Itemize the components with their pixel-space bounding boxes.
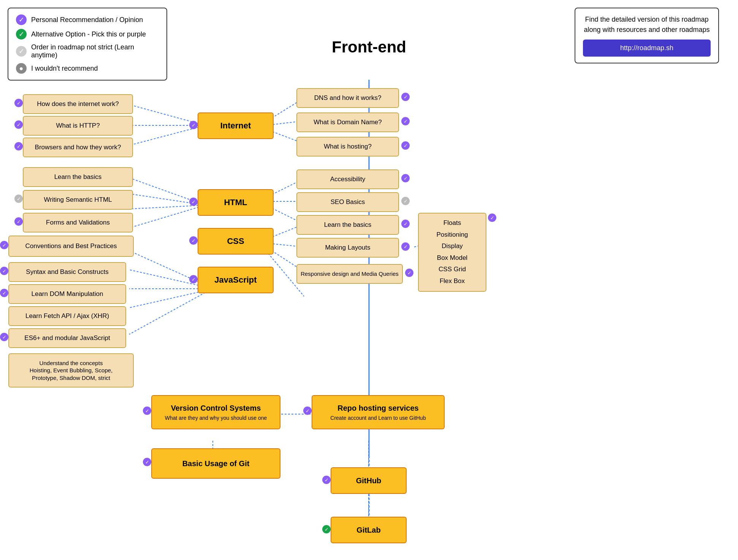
legend-label-green: Alternative Option - Pick this or purple — [31, 30, 146, 38]
node-http: What is HTTP? — [23, 116, 133, 136]
float-item-flexbox: Flex Box — [425, 275, 480, 287]
badge-browsers: ✓ — [14, 142, 23, 150]
node-seo: SEO Basics — [296, 192, 399, 212]
node-browsers: Browsers and how they work? — [23, 138, 133, 157]
badge-syntax: ✓ — [0, 267, 8, 275]
legend-icon-gray-light: ✓ — [16, 46, 27, 57]
badge-accessibility: ✓ — [401, 174, 410, 182]
node-fetch: Learn Fetch API / Ajax (XHR) — [8, 306, 126, 326]
badge-forms: ✓ — [14, 217, 23, 226]
node-dom: Learn DOM Manipulation — [8, 284, 126, 304]
badge-semantic-html: ✓ — [14, 195, 23, 203]
legend-item-purple: ✓ Personal Recommendation / Opinion — [16, 14, 159, 25]
legend-label-gray-dark: I wouldn't recommend — [31, 65, 98, 73]
badge-css-center: ✓ — [189, 236, 198, 245]
badge-http: ✓ — [14, 120, 23, 129]
legend-item-gray-dark: ● I wouldn't recommend — [16, 63, 159, 74]
legend-icon-green: ✓ — [16, 29, 27, 40]
node-repo: Repo hosting services Create account and… — [312, 395, 445, 429]
float-item-display: Display — [425, 240, 480, 252]
badge-git: ✓ — [143, 458, 151, 466]
node-float-list: Floats Positioning Display Box Model CSS… — [418, 213, 486, 292]
node-how-internet: How does the internet work? — [23, 94, 133, 114]
badge-how-internet: ✓ — [14, 99, 23, 107]
node-css-basics: Learn the basics — [296, 215, 399, 235]
node-css: CSS — [198, 228, 274, 255]
badge-js-center: ✓ — [189, 275, 198, 283]
node-responsive: Responsive design and Media Queries — [296, 264, 403, 284]
float-item-cssgrid: CSS Grid — [425, 264, 480, 275]
legend-box: ✓ Personal Recommendation / Opinion ✓ Al… — [8, 8, 167, 81]
node-internet: Internet — [198, 112, 274, 139]
badge-gitlab: ✓ — [322, 525, 331, 533]
float-item-positioning: Positioning — [425, 229, 480, 241]
svg-line-21 — [129, 291, 205, 308]
float-item-boxmodel: Box Model — [425, 252, 480, 264]
legend-label-purple: Personal Recommendation / Opinion — [31, 16, 143, 24]
node-github: GitHub — [331, 467, 407, 494]
legend-icon-purple: ✓ — [16, 14, 27, 25]
node-accessibility: Accessibility — [296, 169, 399, 189]
node-es6: ES6+ and modular JavaScript — [8, 328, 126, 348]
badge-internet-center: ✓ — [189, 121, 198, 129]
node-semantic-html: Writing Semantic HTML — [23, 190, 133, 210]
badge-repo: ✓ — [303, 407, 312, 415]
legend-item-gray-light: ✓ Order in roadmap not strict (Learn any… — [16, 43, 159, 59]
node-domain: What is Domain Name? — [296, 112, 399, 132]
node-hosting: What is hosting? — [296, 137, 399, 157]
node-forms: Forms and Validations — [23, 213, 133, 233]
badge-github: ✓ — [322, 476, 331, 484]
badge-domain: ✓ — [401, 117, 410, 125]
node-syntax: Syntax and Basic Constructs — [8, 262, 126, 282]
node-html-basics: Learn the basics — [23, 167, 133, 187]
node-vcs: Version Control Systems What are they an… — [151, 395, 280, 429]
badge-float-list: ✓ — [488, 214, 496, 222]
badge-vcs: ✓ — [143, 407, 151, 415]
legend-icon-gray-dark: ● — [16, 63, 27, 74]
svg-line-22 — [129, 293, 205, 334]
badge-layouts: ✓ — [401, 242, 410, 251]
badge-responsive: ✓ — [405, 269, 413, 277]
svg-line-9 — [129, 205, 205, 228]
badge-css-basics: ✓ — [401, 220, 410, 228]
node-layouts: Making Layouts — [296, 238, 399, 258]
node-html: HTML — [198, 189, 274, 216]
legend-item-green: ✓ Alternative Option - Pick this or purp… — [16, 29, 159, 40]
node-gitlab: GitLab — [331, 517, 407, 543]
badge-dns: ✓ — [401, 93, 410, 101]
badge-hosting: ✓ — [401, 141, 410, 150]
badge-seo: ✓ — [401, 197, 410, 205]
node-conventions: Conventions and Best Practices — [8, 236, 134, 257]
page-title: Front-end — [332, 38, 406, 56]
info-text: Find the detailed version of this roadma… — [583, 14, 711, 35]
roadmap-link[interactable]: http://roadmap.sh — [583, 40, 711, 57]
node-dns: DNS and how it works? — [296, 88, 399, 108]
badge-dom: ✓ — [0, 289, 8, 297]
info-box: Find the detailed version of this roadma… — [575, 8, 719, 63]
node-javascript: JavaScript — [198, 267, 274, 293]
badge-es6: ✓ — [0, 333, 8, 341]
node-git: Basic Usage of Git — [151, 448, 280, 479]
node-concepts: Understand the conceptsHoisting, Event B… — [8, 353, 134, 388]
float-item-floats: Floats — [425, 217, 480, 229]
badge-conventions: ✓ — [0, 241, 8, 249]
badge-html-center: ✓ — [189, 198, 198, 206]
legend-label-gray-light: Order in roadmap not strict (Learn anyti… — [31, 43, 159, 59]
